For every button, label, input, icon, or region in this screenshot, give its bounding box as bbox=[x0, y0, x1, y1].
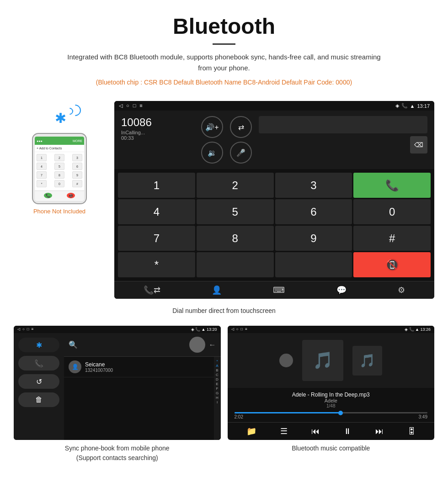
location-icon: ◈ bbox=[395, 103, 399, 109]
end-call-button[interactable]: 📵 bbox=[353, 252, 431, 277]
music-note-icon-small: 🎵 bbox=[359, 353, 375, 368]
key-empty-2 bbox=[275, 252, 352, 277]
alpha-e[interactable]: E bbox=[216, 382, 218, 386]
alpha-i[interactable]: I bbox=[217, 400, 218, 404]
phonebook-caption: Sync phone-book from mobile phone (Suppo… bbox=[65, 444, 170, 463]
nav-messages-icon[interactable]: 💬 bbox=[336, 285, 347, 295]
playlist-button[interactable]: ☰ bbox=[280, 426, 288, 436]
phone-bottom-bar: 📞 📵 bbox=[35, 191, 84, 200]
pb-delete-button[interactable]: 🗑 bbox=[18, 392, 59, 407]
contact-name: Seicane bbox=[85, 361, 209, 368]
end-icon: 📵 bbox=[69, 194, 73, 198]
menu-nav-icon[interactable]: ≡ bbox=[139, 103, 142, 109]
alpha-d[interactable]: D bbox=[216, 377, 219, 381]
phone-number-row-3: 7 8 9 bbox=[37, 171, 82, 179]
key-star[interactable]: * bbox=[118, 252, 195, 277]
alpha-c[interactable]: C bbox=[216, 373, 219, 377]
alpha-h[interactable]: H bbox=[216, 396, 219, 400]
alpha-g[interactable]: G bbox=[216, 391, 219, 395]
transfer-button[interactable]: ⇄ bbox=[230, 116, 252, 138]
end-call-icon: 📵 bbox=[385, 259, 399, 271]
pb-refresh-button[interactable]: ↺ bbox=[18, 374, 59, 389]
key-0[interactable]: 0 bbox=[353, 199, 431, 224]
key-2[interactable]: 2 bbox=[197, 173, 274, 198]
volume-up-icon: 🔊+ bbox=[205, 123, 219, 132]
folder-button[interactable]: 📁 bbox=[246, 426, 256, 436]
phonebook-screen: ◁ ○ □ ≡ ◈ 📞 ▲ 13:20 ✱ bbox=[14, 326, 221, 440]
music-time-total: 3:49 bbox=[419, 414, 427, 419]
time-display: 13:17 bbox=[417, 103, 430, 109]
back-nav-icon[interactable]: ◁ bbox=[119, 103, 123, 109]
key-3[interactable]: 3 bbox=[275, 173, 352, 198]
nav-settings-icon[interactable]: ⚙ bbox=[398, 285, 405, 295]
music-controls: 📁 ☰ ⏮ ⏸ ⏭ 🎛 bbox=[228, 422, 435, 440]
key-9[interactable]: 9 bbox=[275, 226, 352, 251]
key-5[interactable]: 5 bbox=[197, 199, 274, 224]
prev-button[interactable]: ⏮ bbox=[311, 427, 320, 436]
music-menu-icon[interactable]: ≡ bbox=[245, 327, 247, 332]
recents-nav-icon[interactable]: □ bbox=[133, 103, 136, 109]
call-button[interactable]: 📞 bbox=[353, 173, 431, 198]
signal-wave-2 bbox=[67, 102, 83, 118]
backspace-button[interactable]: ⌫ bbox=[410, 136, 427, 154]
progress-dot[interactable] bbox=[338, 411, 343, 415]
call-status-icon: 📞 bbox=[401, 103, 408, 109]
music-note-icon: 🎵 bbox=[313, 351, 333, 370]
pb-home-icon[interactable]: ○ bbox=[22, 327, 25, 332]
phone-digit: 2 bbox=[54, 154, 64, 161]
music-progress-area: 2:02 3:49 bbox=[228, 410, 435, 422]
pb-back-arrow[interactable]: ← bbox=[209, 341, 216, 349]
volume-down-button[interactable]: 🔉 bbox=[201, 142, 223, 164]
phone-add-contact: + Add to Contacts bbox=[35, 145, 84, 152]
phonebook-caption-line2: (Support contacts searching) bbox=[76, 454, 158, 461]
home-nav-icon[interactable]: ○ bbox=[126, 103, 129, 109]
phone-end-button[interactable]: 📵 bbox=[67, 193, 75, 198]
alpha-star[interactable]: * bbox=[216, 359, 218, 363]
nav-calls-icon[interactable]: 📞⇄ bbox=[144, 285, 160, 295]
key-1[interactable]: 1 bbox=[118, 173, 195, 198]
music-panel: ◁ ○ □ ≡ ◈ 📞 ▲ 13:26 🎵 🎵 bbox=[228, 326, 435, 463]
pb-location-icon: ◈ bbox=[191, 327, 194, 332]
alpha-a[interactable]: A bbox=[216, 364, 218, 368]
volume-up-button[interactable]: 🔊+ bbox=[201, 116, 223, 138]
alpha-f[interactable]: F bbox=[216, 386, 219, 391]
microphone-button[interactable]: 🎤 bbox=[230, 142, 252, 164]
phone-call-button[interactable]: 📞 bbox=[44, 193, 52, 198]
phone-illustration-side: ✱ ●●● MORE + Add to Contacts 1 2 3 bbox=[14, 101, 105, 215]
pb-square-icon[interactable]: □ bbox=[27, 327, 29, 332]
contact-item[interactable]: 👤 Seicane 13241007000 bbox=[64, 357, 214, 377]
dial-input-right: ⌫ bbox=[259, 116, 427, 154]
music-back-icon[interactable]: ◁ bbox=[231, 327, 234, 332]
phonebook-content: 👤 Seicane 13241007000 * A B bbox=[64, 357, 221, 440]
play-pause-button[interactable]: ⏸ bbox=[343, 427, 352, 436]
key-hash[interactable]: # bbox=[353, 226, 431, 251]
key-8[interactable]: 8 bbox=[197, 226, 274, 251]
music-home-icon[interactable]: ○ bbox=[236, 327, 239, 332]
microphone-icon: 🎤 bbox=[236, 148, 245, 157]
pb-call-button[interactable]: 📞 bbox=[18, 356, 59, 371]
pb-bluetooth-button[interactable]: ✱ bbox=[18, 338, 59, 352]
phone-digit: # bbox=[72, 180, 82, 187]
pb-bluetooth-icon: ✱ bbox=[36, 341, 42, 349]
pb-back-icon[interactable]: ◁ bbox=[17, 327, 20, 332]
page-title: Bluetooth bbox=[9, 14, 439, 39]
key-6[interactable]: 6 bbox=[275, 199, 352, 224]
eq-button[interactable]: 🎛 bbox=[407, 427, 416, 436]
music-status-right: ◈ 📞 ▲ 13:26 bbox=[405, 327, 431, 332]
status-left: ◁ ○ □ ≡ bbox=[119, 103, 143, 109]
next-button[interactable]: ⏭ bbox=[375, 427, 384, 436]
nav-contacts-icon[interactable]: 👤 bbox=[212, 285, 222, 295]
alpha-b[interactable]: B bbox=[216, 368, 218, 372]
header-description: Integrated with BC8 Bluetooth module, su… bbox=[64, 52, 384, 74]
bottom-panels: ◁ ○ □ ≡ ◈ 📞 ▲ 13:20 ✱ bbox=[0, 321, 448, 472]
header-divider bbox=[213, 43, 235, 45]
bluetooth-symbol: ✱ bbox=[55, 110, 66, 126]
key-7[interactable]: 7 bbox=[118, 226, 195, 251]
contact-info: Seicane 13241007000 bbox=[85, 361, 209, 373]
phonebook-main: 🔍 ← 👤 Seicane 13241007000 bbox=[64, 333, 221, 440]
music-square-icon[interactable]: □ bbox=[240, 327, 243, 332]
pb-menu-icon[interactable]: ≡ bbox=[32, 327, 34, 332]
key-4[interactable]: 4 bbox=[118, 199, 195, 224]
phone-more-btn: MORE bbox=[73, 139, 82, 143]
nav-keypad-icon[interactable]: ⌨ bbox=[273, 285, 285, 295]
